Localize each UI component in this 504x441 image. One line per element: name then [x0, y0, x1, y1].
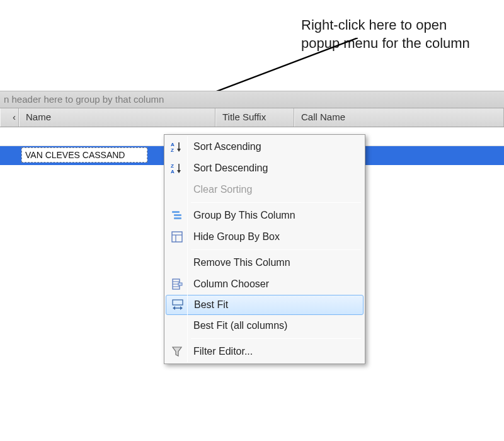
chooser-icon [167, 274, 187, 294]
menu-item-clear-sorting: Clear Sorting [166, 179, 364, 200]
menu-item-label: Clear Sorting [187, 184, 252, 195]
menu-item-sort-ascending[interactable]: AZ Sort Ascending [166, 136, 364, 158]
blank-icon [167, 316, 187, 336]
sort-desc-icon: ZA [167, 158, 187, 178]
blank-icon [167, 253, 187, 273]
column-context-menu: AZ Sort Ascending ZA Sort Descending Cle… [164, 134, 365, 364]
menu-item-column-chooser[interactable]: Column Chooser [166, 273, 364, 295]
funnel-icon [167, 341, 187, 362]
svg-text:Z: Z [171, 163, 174, 169]
menu-item-label: Column Chooser [187, 278, 269, 290]
menu-item-best-fit-all-columns[interactable]: Best Fit (all columns) [166, 315, 364, 336]
column-header-title-suffix[interactable]: Title Suffix [215, 108, 294, 127]
menu-item-hide-group-by-box[interactable]: Hide Group By Box [166, 226, 364, 248]
menu-item-best-fit[interactable]: Best Fit [166, 295, 364, 315]
row-indicator [0, 146, 19, 165]
blank-icon [167, 180, 187, 200]
svg-rect-21 [173, 300, 183, 305]
column-header-row: ‹ Name Title Suffix Call Name [0, 108, 504, 127]
menu-item-remove-this-column[interactable]: Remove This Column [166, 252, 364, 273]
annotation-text: Right-click here to open popup menu for … [301, 16, 478, 52]
svg-marker-24 [180, 306, 183, 310]
svg-text:A: A [171, 142, 175, 147]
menu-item-filter-editor[interactable]: Filter Editor... [166, 341, 364, 362]
svg-rect-11 [174, 214, 181, 216]
menu-separator [191, 202, 361, 203]
menu-separator [191, 338, 361, 339]
column-header-name[interactable]: Name [19, 108, 215, 127]
column-header-call-name[interactable]: Call Name [294, 108, 504, 127]
menu-item-label: Remove This Column [187, 257, 290, 268]
svg-marker-9 [177, 170, 181, 173]
menu-item-label: Group By This Column [187, 210, 295, 221]
best-fit-icon [168, 295, 188, 315]
cell-name[interactable]: VAN CLEVES CASSAND [21, 147, 147, 163]
grid-box-icon [167, 227, 187, 247]
menu-separator [191, 249, 361, 250]
svg-rect-10 [172, 211, 180, 213]
menu-item-group-by-this-column[interactable]: Group By This Column [166, 205, 364, 226]
svg-marker-23 [173, 306, 175, 310]
svg-rect-12 [174, 217, 181, 219]
menu-item-label: Sort Ascending [187, 141, 261, 152]
svg-rect-13 [172, 232, 182, 242]
group-icon [167, 205, 187, 226]
menu-item-label: Best Fit (all columns) [187, 320, 287, 331]
column-header-stub[interactable]: ‹ [0, 108, 19, 127]
menu-item-sort-descending[interactable]: ZA Sort Descending [166, 158, 364, 179]
menu-gutter [187, 136, 188, 362]
svg-text:A: A [171, 169, 175, 175]
sort-asc-icon: AZ [167, 137, 187, 157]
group-by-panel[interactable]: n header here to group by that column [0, 91, 504, 108]
svg-marker-5 [177, 149, 181, 152]
menu-item-label: Filter Editor... [187, 346, 253, 357]
svg-rect-20 [178, 283, 182, 285]
menu-item-label: Hide Group By Box [187, 231, 280, 243]
menu-item-label: Best Fit [188, 299, 228, 311]
menu-item-label: Sort Descending [187, 163, 268, 174]
svg-text:Z: Z [171, 147, 174, 153]
